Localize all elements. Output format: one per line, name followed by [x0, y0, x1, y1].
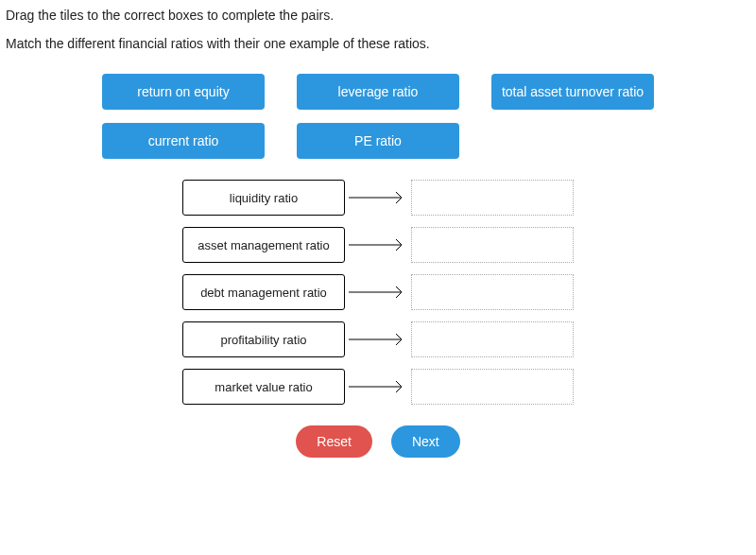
arrow-icon — [345, 237, 411, 252]
pairs-area: liquidity ratio asset management ratio d… — [0, 180, 756, 405]
tile-current-ratio[interactable]: current ratio — [102, 123, 265, 159]
instructions: Drag the tiles to the correct boxes to c… — [0, 0, 756, 51]
tiles-row-1: return on equity leverage ratio total as… — [0, 74, 756, 110]
pair-row: debt management ratio — [182, 274, 574, 310]
category-profitability-ratio: profitability ratio — [182, 321, 345, 357]
category-debt-management-ratio: debt management ratio — [182, 274, 345, 310]
tiles-row-2: current ratio PE ratio — [0, 123, 756, 159]
pair-row: market value ratio — [182, 369, 574, 405]
tiles-area: return on equity leverage ratio total as… — [0, 64, 756, 159]
pair-row: asset management ratio — [182, 227, 574, 263]
arrow-icon — [345, 190, 411, 205]
pair-row: liquidity ratio — [182, 180, 574, 216]
instruction-line-2: Match the different financial ratios wit… — [6, 36, 750, 51]
tile-leverage-ratio[interactable]: leverage ratio — [297, 74, 459, 110]
category-market-value-ratio: market value ratio — [182, 369, 345, 405]
category-liquidity-ratio: liquidity ratio — [182, 180, 345, 216]
tile-total-asset-turnover-ratio[interactable]: total asset turnover ratio — [491, 74, 654, 110]
drop-target[interactable] — [411, 369, 574, 405]
drop-target[interactable] — [411, 180, 574, 216]
drop-target[interactable] — [411, 227, 574, 263]
instruction-line-1: Drag the tiles to the correct boxes to c… — [6, 8, 750, 23]
drop-target[interactable] — [411, 274, 574, 310]
tile-return-on-equity[interactable]: return on equity — [102, 74, 265, 110]
buttons-row: Reset Next — [0, 425, 756, 458]
tile-pe-ratio[interactable]: PE ratio — [297, 123, 459, 159]
category-asset-management-ratio: asset management ratio — [182, 227, 345, 263]
arrow-icon — [345, 285, 411, 300]
reset-button[interactable]: Reset — [296, 425, 372, 458]
arrow-icon — [345, 332, 411, 347]
drop-target[interactable] — [411, 321, 574, 357]
arrow-icon — [345, 379, 411, 394]
pair-row: profitability ratio — [182, 321, 574, 357]
next-button[interactable]: Next — [391, 425, 460, 458]
